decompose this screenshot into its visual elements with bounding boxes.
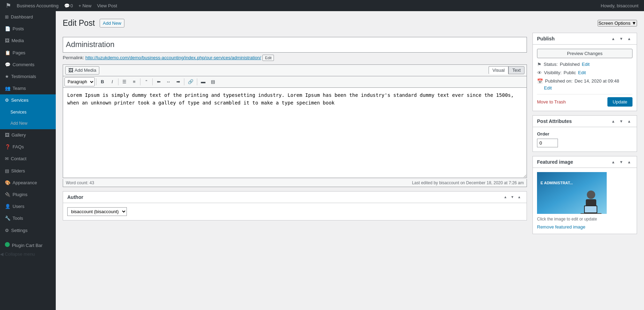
- svg-rect-5: [585, 206, 597, 212]
- view-post-label: View Post: [97, 3, 117, 8]
- visibility-edit-link[interactable]: Edit: [578, 70, 586, 75]
- featured-collapse-up-button[interactable]: ▲: [610, 159, 616, 165]
- sidebar-item-appearance[interactable]: 🎨Appearance: [0, 177, 56, 189]
- contact-icon: ✉: [5, 156, 9, 161]
- publish-postbox: Publish ▲ ▼ ▲ Preview Changes ⚑ St: [532, 33, 637, 111]
- plugins-icon: 🔌: [5, 192, 10, 197]
- blockquote-button[interactable]: ": [142, 77, 151, 86]
- visual-text-tabs: Visual Text: [489, 66, 524, 74]
- new-content-link[interactable]: + New: [76, 0, 94, 11]
- sidebar-item-plugin-cart[interactable]: Plugin Cart Bar: [0, 239, 56, 245]
- author-move-up-button[interactable]: ▲: [502, 195, 508, 200]
- author-select[interactable]: bisaccount (bisaccount): [67, 207, 127, 216]
- sidebar-item-tools[interactable]: 🔧Tools: [0, 212, 56, 224]
- attributes-collapse-down-button[interactable]: ▼: [618, 118, 624, 124]
- sidebar-item-plugins[interactable]: 🔌Plugins: [0, 189, 56, 201]
- sidebar-item-gallery[interactable]: 🖼Gallery: [0, 129, 56, 141]
- attributes-toggle-button[interactable]: ▲: [626, 118, 632, 124]
- text-tab[interactable]: Text: [508, 66, 524, 74]
- featured-image-title: Featured image: [537, 159, 610, 165]
- sidebar-item-settings[interactable]: ⚙Settings: [0, 225, 56, 237]
- align-left-button[interactable]: ⬅: [154, 77, 163, 86]
- posts-icon: 📄: [5, 26, 10, 31]
- sidebar-item-testimonials[interactable]: ★Testimonials: [0, 71, 56, 83]
- post-title-input[interactable]: [63, 37, 527, 53]
- sidebar-item-comments[interactable]: 💬Comments: [0, 59, 56, 71]
- publish-collapse-up-button[interactable]: ▲: [610, 36, 616, 41]
- faqs-icon: ❓: [5, 144, 10, 149]
- toolbar-separator-4: [152, 78, 153, 85]
- ordered-list-button[interactable]: ≡: [130, 77, 139, 86]
- view-post-link[interactable]: View Post: [94, 0, 120, 11]
- screen-options-button[interactable]: Screen Options ▼: [598, 20, 637, 26]
- comments-count: 0: [70, 3, 73, 8]
- tools-icon: 🔧: [5, 216, 10, 221]
- author-move-down-button[interactable]: ▼: [509, 195, 515, 200]
- add-media-button[interactable]: 🖼 Add Media: [65, 66, 99, 75]
- bold-button[interactable]: B: [98, 77, 107, 86]
- featured-collapse-down-button[interactable]: ▼: [618, 159, 624, 165]
- publish-box-title: Publish: [537, 36, 610, 41]
- post-attributes-title: Post Attributes: [537, 118, 610, 124]
- permalink-edit-button[interactable]: Edit: [262, 55, 274, 61]
- featured-image-postbox: Featured image ▲ ▼ ▲: [532, 156, 637, 234]
- visibility-row: 👁 Visibility: Public Edit: [537, 70, 632, 76]
- sidebar-item-services[interactable]: ⚙Services Services Add New: [0, 94, 56, 129]
- comments-link[interactable]: 💬 0: [61, 0, 76, 11]
- move-to-trash-link[interactable]: Move to Trash: [537, 99, 566, 104]
- author-toggle-button[interactable]: ▲: [516, 195, 522, 200]
- sidebar-subitem-add-new[interactable]: Add New: [0, 118, 56, 129]
- align-right-button[interactable]: ➡: [174, 77, 183, 86]
- wp-logo-link[interactable]: ⚑: [3, 0, 14, 11]
- sidebar-item-users[interactable]: 👤Users: [0, 201, 56, 212]
- media-icon: 🖼: [5, 38, 9, 43]
- preview-changes-button[interactable]: Preview Changes: [537, 49, 632, 58]
- paragraph-format-select[interactable]: Paragraph Heading 1 Heading 2 Heading 3: [64, 77, 95, 86]
- featured-toggle-button[interactable]: ▲: [626, 159, 632, 165]
- more-options-button[interactable]: ▬: [199, 77, 208, 86]
- permalink-url[interactable]: http://luzukdemo.com/demo/business-accou…: [85, 55, 261, 60]
- published-on-row: 📅 Published on: Dec 14, 2020 at 09:48: [537, 78, 632, 84]
- status-label: Status:: [544, 62, 558, 67]
- update-button[interactable]: Update: [607, 97, 632, 107]
- insert-link-button[interactable]: 🔗: [186, 77, 196, 86]
- permalink-row: Permalink: http://luzukdemo.com/demo/bus…: [63, 55, 527, 61]
- align-center-button[interactable]: ↔: [164, 77, 173, 86]
- wp-logo-icon: ⚑: [6, 2, 11, 9]
- publish-collapse-down-button[interactable]: ▼: [618, 36, 624, 41]
- sidebar-item-contact[interactable]: ✉Contact: [0, 153, 56, 165]
- order-input[interactable]: [537, 139, 558, 147]
- status-edit-link[interactable]: Edit: [582, 62, 590, 67]
- sidebar-item-sliders[interactable]: ▤Sliders: [0, 165, 56, 177]
- remove-featured-image-link[interactable]: Remove featured image: [537, 224, 585, 230]
- featured-image-thumbnail[interactable]: E ADMINISTRAT...: [537, 172, 607, 214]
- sidebar-item-teams[interactable]: 👥Teams: [0, 83, 56, 94]
- visual-tab[interactable]: Visual: [489, 66, 508, 74]
- publish-actions: Move to Trash Update: [537, 94, 632, 107]
- author-postbox-header: Author ▲ ▼ ▲: [63, 192, 527, 203]
- sidebar-item-pages[interactable]: 📋Pages: [0, 47, 56, 59]
- calendar-icon: 📅: [537, 78, 543, 84]
- svg-point-2: [587, 191, 595, 199]
- word-count-label: Word count:: [66, 180, 88, 185]
- sidebar-item-faqs[interactable]: ❓FAQs: [0, 141, 56, 153]
- attributes-collapse-up-button[interactable]: ▲: [610, 118, 616, 124]
- toolbar-toggle-button[interactable]: ▤: [208, 77, 217, 86]
- post-attributes-header: Post Attributes ▲ ▼ ▲: [533, 116, 637, 127]
- visibility-icon: 👁: [537, 70, 542, 76]
- plugin-cart-icon: [5, 242, 10, 245]
- sidebar-item-posts[interactable]: 📄Posts: [0, 23, 56, 35]
- site-name-link[interactable]: Business Accounting: [14, 0, 61, 11]
- unordered-list-button[interactable]: ☰: [120, 77, 129, 86]
- screen-options-wrap: Screen Options ▼: [598, 20, 637, 26]
- post-content-editor[interactable]: [63, 87, 527, 178]
- published-on-label: Published on:: [545, 78, 573, 84]
- published-on-edit-link[interactable]: Edit: [544, 85, 552, 91]
- sidebar-item-media[interactable]: 🖼Media: [0, 35, 56, 47]
- teams-icon: 👥: [5, 86, 10, 91]
- sidebar-item-dashboard[interactable]: ⊞Dashboard: [0, 11, 56, 23]
- italic-button[interactable]: I: [108, 77, 117, 86]
- sidebar-subitem-services-all[interactable]: Services: [0, 107, 56, 118]
- publish-toggle-button[interactable]: ▲: [626, 36, 632, 41]
- add-new-button[interactable]: Add New: [100, 19, 124, 28]
